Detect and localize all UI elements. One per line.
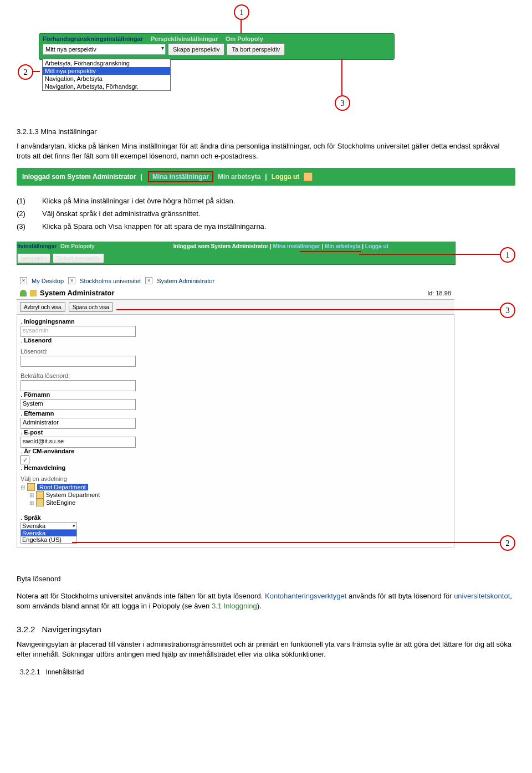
header-bar: Inloggad som System Administrator | Mina… — [17, 168, 515, 186]
folder-icon — [36, 499, 44, 506]
mina-installningar-link[interactable]: Mina inställningar — [152, 173, 209, 181]
perspective-option[interactable]: Navigation, Arbetsyta, Förhandsgr. — [43, 83, 170, 90]
label-language: Språk — [24, 514, 41, 521]
tab-perspective-settings[interactable]: Perspektivinställningar — [151, 35, 218, 42]
logged-in-label-2: Inloggad som System Administrator — [173, 243, 268, 249]
folder-icon — [27, 483, 35, 491]
separator: | — [141, 173, 142, 181]
key-icon — [30, 290, 37, 296]
section-3-2-1-3-para: I användarytan, klicka på länken Mina in… — [17, 141, 515, 161]
email-input[interactable]: swold@it.su.se — [21, 437, 136, 448]
tree-minus-icon[interactable]: ⊟ — [21, 484, 25, 490]
section-3-2-2-1-heading: 3.2.2.1Innehållsträd — [20, 668, 515, 676]
tree-root-selected[interactable]: Root Department — [37, 484, 88, 490]
perspective-select[interactable]: Mitt nya perspektiv — [43, 44, 166, 55]
crumb-sysadmin[interactable]: System Administrator — [157, 278, 214, 284]
step-3-num: (3) — [17, 222, 42, 231]
close-icon[interactable]: × — [20, 277, 27, 284]
mina-installningar-highlight: Mina inställningar — [148, 171, 213, 182]
tree-plus-icon[interactable]: ⊞ — [29, 492, 34, 498]
callout-1b: 1 — [500, 247, 515, 263]
perspective-select-value: Mitt nya perspektiv — [45, 46, 96, 53]
label-home-dept: Hemavdelning — [24, 464, 65, 471]
section-3-2-2-heading: 3.2.2Navigeringsytan — [17, 624, 515, 634]
dept-tree: ⊟ Root Department ⊞ System Department ⊞ … — [21, 483, 451, 506]
callout-3: 3 — [335, 95, 350, 111]
cancel-and-show-button[interactable]: Avbryt och visa — [20, 302, 65, 312]
label-firstname: Förnamn — [24, 391, 50, 398]
folder-icon — [36, 491, 44, 499]
callout-3b: 3 — [500, 303, 515, 318]
language-option-selected[interactable]: Svenska — [21, 530, 76, 536]
crumb-su[interactable]: Stockholms universitet — [80, 278, 141, 284]
label-choose-dept: Välj en avdelning — [21, 475, 451, 482]
save-and-show-button[interactable]: Spara och visa — [69, 302, 113, 312]
close-icon[interactable]: × — [145, 277, 152, 284]
object-id: Id: 18.98 — [427, 290, 451, 296]
tab-about-polopoly[interactable]: Om Polopoly — [226, 35, 263, 42]
figure-settings-form: 1 3 2 tivinställningar Om Polopoly Inlog… — [17, 242, 515, 557]
page-title: System Administrator — [40, 289, 115, 297]
callout-2b: 2 — [500, 535, 515, 551]
label-confirm-password: Bekräfta lösenord: — [21, 372, 451, 379]
lastname-input[interactable]: Administrator — [21, 418, 136, 429]
instruction-list: (1)Klicka på Mina inställningar i det öv… — [17, 197, 515, 231]
min-arbetsyta-link[interactable]: Min arbetsyta — [218, 173, 260, 181]
section-3-2-2-para: Navigeringsytan är placerad till vänster… — [17, 639, 515, 659]
perspective-dropdown-list[interactable]: Arbetsyta, Förhandsgranskning Mitt nya p… — [42, 59, 171, 91]
tab-about-polopoly[interactable]: Om Polopoly — [60, 243, 95, 249]
logout-link[interactable]: Logga ut — [272, 173, 300, 181]
breadcrumb: × My Desktop × Stockholms universitet × … — [17, 275, 454, 286]
perspective-option[interactable]: Arbetsyta, Förhandsgranskning — [43, 59, 170, 67]
logout-link-2[interactable]: Logga ut — [365, 243, 388, 249]
tab-preview-settings[interactable]: Förhandsgranskningsinställningar — [43, 35, 143, 42]
btn-ta-bort-perspektiv[interactable]: Ta bort perspektiv — [53, 253, 104, 263]
perspective-option[interactable]: Navigation, Arbetsyta — [43, 75, 170, 83]
confirm-password-input[interactable] — [21, 380, 136, 391]
firstname-input[interactable]: System — [21, 399, 136, 410]
kontohanteringsverktyget-link[interactable]: Kontohanteringsverktyget — [265, 592, 346, 600]
perspective-option-selected[interactable]: Mitt nya perspektiv — [43, 67, 170, 75]
label-password-2: Lösenord: — [21, 348, 451, 355]
label-password: Lösenord — [24, 337, 52, 344]
login-name-input[interactable]: sysadmin — [21, 326, 136, 337]
section-ref-3-1: 3.1 Inloggning — [212, 602, 257, 610]
crumb-my-desktop[interactable]: My Desktop — [32, 278, 64, 284]
tree-child[interactable]: System Department — [46, 492, 100, 498]
language-select[interactable]: Svenska ▾ Svenska Engelska (US) — [21, 522, 77, 544]
step-1-num: (1) — [17, 197, 42, 205]
label-email: E-post — [24, 429, 43, 436]
figure-perspective-toolbar: 1 2 3 Förhandsgranskningsinställningar P… — [39, 33, 460, 116]
cm-user-checkbox[interactable]: ✓ — [21, 455, 29, 464]
delete-perspective-button[interactable]: Ta bort perspektiv — [227, 43, 285, 55]
step-1-text: Klicka på Mina inställningar i det övre … — [42, 197, 235, 205]
step-2-num: (2) — [17, 209, 42, 218]
label-login-name: Inloggningsnamn — [24, 318, 75, 325]
clipboard-icon[interactable] — [304, 172, 313, 181]
callout-2: 2 — [18, 64, 33, 80]
tree-plus-icon[interactable]: ⊞ — [29, 500, 34, 506]
language-select-value: Svenska — [22, 523, 45, 529]
tree-child[interactable]: SiteEngine — [46, 499, 75, 506]
create-perspective-button[interactable]: Skapa perspektiv — [168, 43, 224, 55]
mina-installningar-link-2[interactable]: Mina inställningar — [273, 243, 320, 249]
logged-in-label: Inloggad som System Administrator — [22, 173, 136, 181]
close-icon[interactable]: × — [68, 277, 75, 284]
step-2-text: Välj önskat språk i det administrativa g… — [42, 209, 200, 218]
callout-1: 1 — [234, 4, 249, 20]
user-icon — [20, 290, 27, 296]
chevron-down-icon: ▾ — [73, 523, 75, 529]
label-cm-user: Är CM-användare — [24, 448, 74, 454]
label-lastname: Efternamn — [24, 410, 54, 417]
universitetskontot-link[interactable]: universitetskontot — [454, 592, 510, 600]
partial-tab-label: tivinställningar — [17, 243, 57, 249]
step-3-text: Klicka på Spara och Visa knappen för att… — [42, 222, 266, 231]
btn-perspektiv[interactable]: perspektiv — [17, 253, 50, 263]
byta-losenord-para: Notera att för Stockholms universitet an… — [17, 591, 515, 611]
byta-losenord-heading: Byta lösenord — [17, 574, 515, 584]
min-arbetsyta-link-2[interactable]: Min arbetsyta — [325, 243, 360, 249]
language-option[interactable]: Engelska (US) — [21, 536, 76, 543]
password-input[interactable] — [21, 356, 136, 367]
section-3-2-1-3-heading: 3.2.1.3 Mina inställningar — [17, 127, 515, 136]
